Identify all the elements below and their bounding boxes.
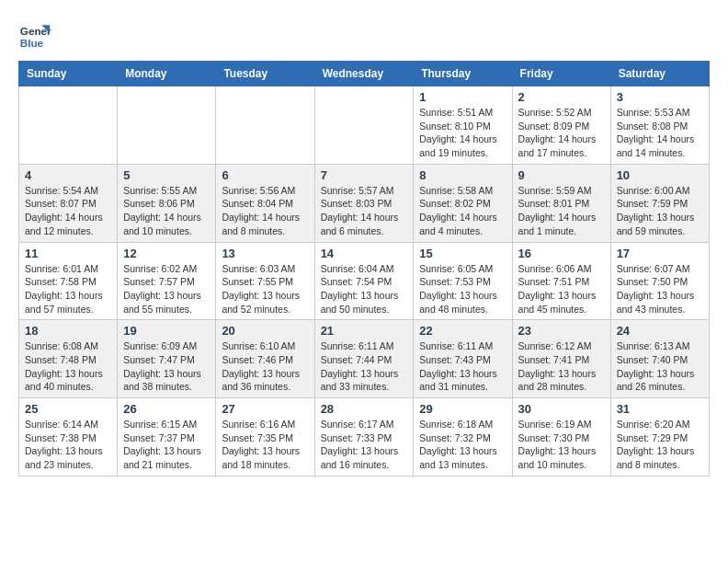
calendar-cell: 26Sunrise: 6:15 AM Sunset: 7:37 PM Dayli… xyxy=(118,398,216,477)
day-number: 6 xyxy=(222,168,308,182)
calendar-cell: 16Sunrise: 6:06 AM Sunset: 7:51 PM Dayli… xyxy=(512,242,610,320)
calendar-cell xyxy=(118,86,216,165)
week-row-5: 25Sunrise: 6:14 AM Sunset: 7:38 PM Dayli… xyxy=(19,398,710,477)
calendar-cell: 23Sunrise: 6:12 AM Sunset: 7:41 PM Dayli… xyxy=(512,320,610,398)
day-info: Sunrise: 6:18 AM Sunset: 7:32 PM Dayligh… xyxy=(419,418,506,472)
day-info: Sunrise: 6:04 AM Sunset: 7:54 PM Dayligh… xyxy=(321,262,408,316)
calendar-cell: 18Sunrise: 6:08 AM Sunset: 7:48 PM Dayli… xyxy=(19,320,118,398)
day-info: Sunrise: 6:08 AM Sunset: 7:48 PM Dayligh… xyxy=(25,339,111,394)
day-info: Sunrise: 6:07 AM Sunset: 7:50 PM Dayligh… xyxy=(617,262,703,316)
day-number: 11 xyxy=(25,247,111,260)
day-number: 14 xyxy=(321,247,408,260)
day-number: 19 xyxy=(123,324,210,338)
calendar-cell: 8Sunrise: 5:58 AM Sunset: 8:02 PM Daylig… xyxy=(414,164,512,242)
day-number: 4 xyxy=(25,168,111,182)
day-number: 22 xyxy=(419,324,506,338)
day-number: 9 xyxy=(518,168,605,182)
day-info: Sunrise: 5:55 AM Sunset: 8:06 PM Dayligh… xyxy=(123,184,210,238)
day-info: Sunrise: 6:15 AM Sunset: 7:37 PM Dayligh… xyxy=(123,418,210,472)
day-number: 24 xyxy=(617,324,703,338)
calendar-cell: 30Sunrise: 6:19 AM Sunset: 7:30 PM Dayli… xyxy=(512,398,610,477)
day-number: 15 xyxy=(419,247,506,260)
calendar-cell: 21Sunrise: 6:11 AM Sunset: 7:44 PM Dayli… xyxy=(314,320,414,398)
calendar-cell: 10Sunrise: 6:00 AM Sunset: 7:59 PM Dayli… xyxy=(610,164,709,242)
day-number: 31 xyxy=(617,402,703,416)
day-number: 23 xyxy=(518,324,605,338)
day-info: Sunrise: 6:09 AM Sunset: 7:47 PM Dayligh… xyxy=(123,339,210,394)
day-number: 7 xyxy=(321,168,408,182)
column-header-wednesday: Wednesday xyxy=(314,62,414,86)
day-number: 5 xyxy=(123,168,210,182)
day-info: Sunrise: 6:00 AM Sunset: 7:59 PM Dayligh… xyxy=(617,184,703,238)
day-number: 17 xyxy=(617,247,703,260)
day-info: Sunrise: 6:14 AM Sunset: 7:38 PM Dayligh… xyxy=(25,418,111,472)
calendar-cell: 27Sunrise: 6:16 AM Sunset: 7:35 PM Dayli… xyxy=(216,398,314,477)
day-number: 16 xyxy=(518,247,605,260)
column-header-saturday: Saturday xyxy=(610,62,709,86)
column-header-tuesday: Tuesday xyxy=(216,62,314,86)
day-info: Sunrise: 6:20 AM Sunset: 7:29 PM Dayligh… xyxy=(617,418,703,472)
day-info: Sunrise: 6:06 AM Sunset: 7:51 PM Dayligh… xyxy=(518,262,605,316)
day-number: 18 xyxy=(25,324,111,338)
column-header-friday: Friday xyxy=(512,62,610,86)
calendar-cell: 17Sunrise: 6:07 AM Sunset: 7:50 PM Dayli… xyxy=(610,242,709,320)
week-row-4: 18Sunrise: 6:08 AM Sunset: 7:48 PM Dayli… xyxy=(19,320,710,398)
page-header: General Blue xyxy=(18,18,710,52)
day-number: 13 xyxy=(222,247,308,260)
day-number: 30 xyxy=(518,402,605,416)
day-info: Sunrise: 5:52 AM Sunset: 8:09 PM Dayligh… xyxy=(518,106,605,160)
calendar-cell: 9Sunrise: 5:59 AM Sunset: 8:01 PM Daylig… xyxy=(512,164,610,242)
day-info: Sunrise: 6:03 AM Sunset: 7:55 PM Dayligh… xyxy=(222,262,308,316)
svg-text:Blue: Blue xyxy=(20,37,44,49)
calendar-cell: 31Sunrise: 6:20 AM Sunset: 7:29 PM Dayli… xyxy=(610,398,709,477)
day-number: 20 xyxy=(222,324,308,338)
day-info: Sunrise: 6:11 AM Sunset: 7:43 PM Dayligh… xyxy=(419,339,506,394)
day-info: Sunrise: 6:01 AM Sunset: 7:58 PM Dayligh… xyxy=(25,262,111,316)
calendar-cell: 28Sunrise: 6:17 AM Sunset: 7:33 PM Dayli… xyxy=(314,398,414,477)
day-number: 21 xyxy=(321,324,408,338)
calendar-cell: 11Sunrise: 6:01 AM Sunset: 7:58 PM Dayli… xyxy=(19,242,118,320)
calendar-cell: 15Sunrise: 6:05 AM Sunset: 7:53 PM Dayli… xyxy=(414,242,512,320)
day-number: 12 xyxy=(123,247,210,260)
day-info: Sunrise: 5:56 AM Sunset: 8:04 PM Dayligh… xyxy=(222,184,308,238)
calendar-cell: 2Sunrise: 5:52 AM Sunset: 8:09 PM Daylig… xyxy=(512,86,610,165)
day-info: Sunrise: 6:10 AM Sunset: 7:46 PM Dayligh… xyxy=(222,339,308,394)
day-info: Sunrise: 5:57 AM Sunset: 8:03 PM Dayligh… xyxy=(321,184,408,238)
day-info: Sunrise: 5:54 AM Sunset: 8:07 PM Dayligh… xyxy=(25,184,111,238)
calendar-cell: 25Sunrise: 6:14 AM Sunset: 7:38 PM Dayli… xyxy=(19,398,118,477)
calendar-cell xyxy=(314,86,414,165)
day-info: Sunrise: 6:19 AM Sunset: 7:30 PM Dayligh… xyxy=(518,418,605,472)
column-header-sunday: Sunday xyxy=(19,62,118,86)
calendar-cell: 5Sunrise: 5:55 AM Sunset: 8:06 PM Daylig… xyxy=(118,164,216,242)
calendar-cell: 13Sunrise: 6:03 AM Sunset: 7:55 PM Dayli… xyxy=(216,242,314,320)
column-header-thursday: Thursday xyxy=(414,62,512,86)
day-info: Sunrise: 6:13 AM Sunset: 7:40 PM Dayligh… xyxy=(617,339,703,394)
day-number: 25 xyxy=(25,402,111,416)
calendar-cell: 1Sunrise: 5:51 AM Sunset: 8:10 PM Daylig… xyxy=(414,86,512,165)
day-number: 2 xyxy=(518,90,605,104)
day-number: 27 xyxy=(222,402,308,416)
calendar-cell: 24Sunrise: 6:13 AM Sunset: 7:40 PM Dayli… xyxy=(610,320,709,398)
week-row-2: 4Sunrise: 5:54 AM Sunset: 8:07 PM Daylig… xyxy=(19,164,710,242)
day-number: 3 xyxy=(617,90,703,104)
day-info: Sunrise: 6:11 AM Sunset: 7:44 PM Dayligh… xyxy=(321,339,408,394)
week-row-1: 1Sunrise: 5:51 AM Sunset: 8:10 PM Daylig… xyxy=(19,86,710,165)
day-info: Sunrise: 5:58 AM Sunset: 8:02 PM Dayligh… xyxy=(419,184,506,238)
day-number: 1 xyxy=(419,90,506,104)
calendar-cell: 4Sunrise: 5:54 AM Sunset: 8:07 PM Daylig… xyxy=(19,164,118,242)
day-number: 8 xyxy=(419,168,506,182)
day-info: Sunrise: 6:12 AM Sunset: 7:41 PM Dayligh… xyxy=(518,339,605,394)
calendar-cell: 22Sunrise: 6:11 AM Sunset: 7:43 PM Dayli… xyxy=(414,320,512,398)
calendar-cell: 20Sunrise: 6:10 AM Sunset: 7:46 PM Dayli… xyxy=(216,320,314,398)
day-number: 28 xyxy=(321,402,408,416)
calendar-cell: 19Sunrise: 6:09 AM Sunset: 7:47 PM Dayli… xyxy=(118,320,216,398)
calendar-table: SundayMondayTuesdayWednesdayThursdayFrid… xyxy=(18,61,710,477)
day-number: 26 xyxy=(123,402,210,416)
day-info: Sunrise: 6:17 AM Sunset: 7:33 PM Dayligh… xyxy=(321,418,408,472)
calendar-header-row: SundayMondayTuesdayWednesdayThursdayFrid… xyxy=(19,62,710,86)
day-info: Sunrise: 6:02 AM Sunset: 7:57 PM Dayligh… xyxy=(123,262,210,316)
calendar-cell xyxy=(19,86,118,165)
calendar-cell: 6Sunrise: 5:56 AM Sunset: 8:04 PM Daylig… xyxy=(216,164,314,242)
calendar-cell: 12Sunrise: 6:02 AM Sunset: 7:57 PM Dayli… xyxy=(118,242,216,320)
week-row-3: 11Sunrise: 6:01 AM Sunset: 7:58 PM Dayli… xyxy=(19,242,710,320)
